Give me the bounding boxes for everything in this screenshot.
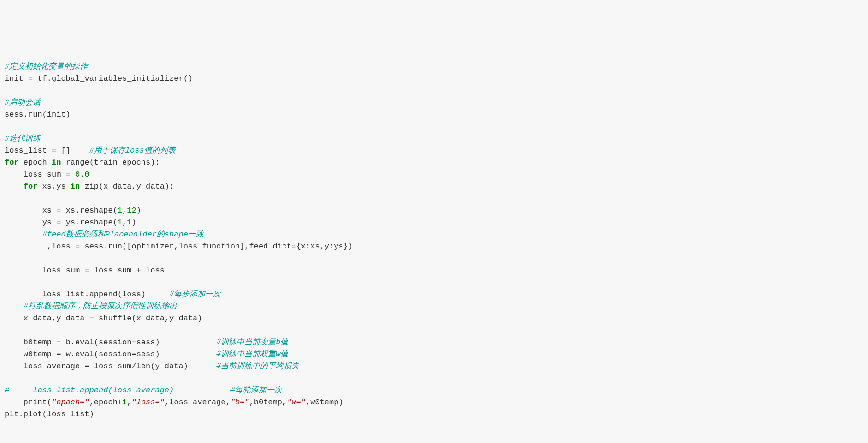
code-token: #启动会话 [5, 98, 41, 107]
code-line: #启动会话 [5, 97, 863, 109]
code-token: #当前训练中的平均损失 [216, 362, 299, 371]
indent [5, 242, 42, 251]
code-token: 1 [122, 398, 127, 407]
indent [5, 314, 24, 323]
indent [5, 182, 24, 191]
indent [5, 398, 24, 407]
code-token: #训练中当前变量b值 [216, 338, 288, 347]
code-token: "w=" [287, 398, 306, 407]
code-token: x_data,y_data = shuffle(x_data,y_data) [24, 314, 202, 323]
code-token: ) [131, 218, 136, 227]
code-block: #定义初始化变量的操作init = tf.global_variables_in… [0, 60, 868, 425]
code-token: #定义初始化变量的操作 [5, 62, 88, 71]
code-line: loss_average = loss_sum/len(y_data) #当前训… [5, 360, 863, 372]
code-line: b0temp = b.eval(session=sess) #训练中当前变量b值 [5, 337, 863, 348]
code-token: xs,ys [37, 182, 70, 191]
code-line: loss_list.append(loss) #每步添加一次 [5, 289, 863, 301]
code-token: loss_sum = loss_sum + loss [42, 266, 165, 275]
code-token: # loss_list.append(loss_average) #每轮添加一次 [5, 386, 282, 395]
indent [5, 338, 24, 347]
indent [5, 302, 24, 311]
code-token: #每步添加一次 [169, 290, 221, 299]
code-token: loss_average = loss_sum/len(y_data) [24, 362, 216, 371]
code-token: xs = xs.reshape( [42, 206, 118, 215]
code-token: b0temp = b.eval(session=sess) [24, 338, 216, 347]
code-token: ,loss_average, [165, 398, 230, 407]
code-line: for xs,ys in zip(x_data,y_data): [5, 181, 863, 193]
code-token: epoch [19, 158, 52, 167]
code-line: for epoch in range(train_epochs): [5, 157, 863, 169]
code-line: #定义初始化变量的操作 [5, 61, 863, 73]
code-line: loss_list = [] #用于保存loss值的列表 [5, 145, 863, 157]
code-token: w0temp = w.eval(session=sess) [24, 350, 216, 359]
code-line: #迭代训练 [5, 133, 863, 145]
code-token: for [5, 158, 19, 167]
code-token: , [127, 398, 131, 407]
code-token: "b=" [230, 398, 249, 407]
code-token: , [122, 218, 127, 227]
code-line: plt.plot(loss_list) [5, 408, 863, 420]
code-token: loss_list = [] [5, 146, 89, 155]
indent [5, 218, 42, 227]
indent [5, 230, 42, 239]
code-line: w0temp = w.eval(session=sess) #训练中当前权重w值 [5, 348, 863, 360]
code-line: loss_sum = 0.0 [5, 169, 863, 181]
code-token: #迭代训练 [5, 134, 41, 143]
code-token: range(train_epochs): [61, 158, 159, 167]
code-token: in [52, 158, 61, 167]
code-token: 0.0 [75, 170, 89, 179]
code-line: print("epoch=",epoch+1,"loss=",loss_aver… [5, 396, 863, 408]
code-token: 1 [118, 218, 122, 227]
indent [5, 350, 24, 359]
code-line [5, 325, 863, 337]
code-token: #feed数据必须和Placeholder的shape一致 [42, 230, 204, 239]
code-token: ys = ys.reshape( [42, 218, 118, 227]
code-line: ys = ys.reshape(1,1) [5, 217, 863, 229]
code-line [5, 85, 863, 97]
code-line [5, 193, 863, 205]
code-line [5, 253, 863, 265]
indent [5, 362, 24, 371]
code-token: #用于保存loss值的列表 [89, 146, 176, 155]
indent [5, 170, 24, 179]
code-line [5, 121, 863, 133]
indent [5, 290, 42, 299]
code-token: ,b0temp, [249, 398, 287, 407]
indent [5, 206, 42, 215]
code-token: ) [136, 206, 141, 215]
code-token: plt.plot(loss_list) [5, 410, 94, 419]
code-token: in [71, 182, 80, 191]
code-token: print( [24, 398, 52, 407]
code-token: 1 [127, 218, 131, 227]
code-token: for [24, 182, 38, 191]
code-token: loss_sum = [24, 170, 75, 179]
code-line: sess.run(init) [5, 109, 863, 121]
code-token: _,loss = sess.run([optimizer,loss_functi… [42, 242, 353, 251]
code-token: "epoch=" [52, 398, 89, 407]
code-line [5, 372, 863, 384]
code-token: "loss=" [131, 398, 164, 407]
code-line: loss_sum = loss_sum + loss [5, 265, 863, 277]
code-token: ,w0temp) [306, 398, 343, 407]
code-token: #打乱数据顺序，防止按原次序假性训练输出 [24, 302, 177, 311]
code-line: xs = xs.reshape(1,12) [5, 205, 863, 217]
code-line [5, 277, 863, 289]
code-token: 12 [127, 206, 136, 215]
code-line: # loss_list.append(loss_average) #每轮添加一次 [5, 384, 863, 396]
code-token: zip(x_data,y_data): [80, 182, 174, 191]
indent [5, 266, 42, 275]
code-token: ,epoch+ [89, 398, 122, 407]
code-line: x_data,y_data = shuffle(x_data,y_data) [5, 313, 863, 325]
code-token: loss_list.append(loss) [42, 290, 169, 299]
code-line: #feed数据必须和Placeholder的shape一致 [5, 229, 863, 241]
code-line: init = tf.global_variables_initializer() [5, 73, 863, 85]
code-token: init = tf.global_variables_initializer() [5, 74, 193, 83]
code-token: sess.run(init) [5, 110, 71, 119]
code-line: _,loss = sess.run([optimizer,loss_functi… [5, 241, 863, 253]
code-token: 1 [118, 206, 122, 215]
code-token: , [122, 206, 127, 215]
code-token: #训练中当前权重w值 [216, 350, 288, 359]
code-line: #打乱数据顺序，防止按原次序假性训练输出 [5, 301, 863, 313]
